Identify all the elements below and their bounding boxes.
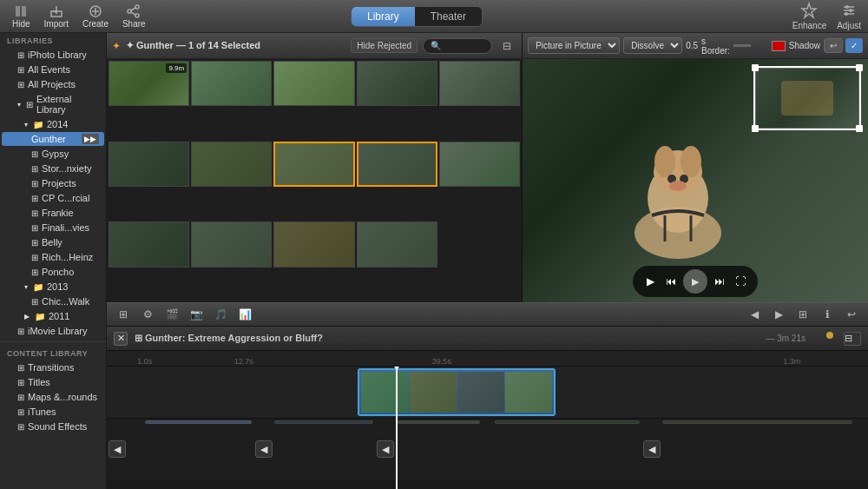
track-mid-button[interactable]: ◀ — [377, 440, 394, 458]
clip-8[interactable] — [273, 142, 354, 187]
sidebar-item-external[interactable]: ▾ ⊞ External Library — [2, 92, 104, 116]
sidebar-item-itunes[interactable]: ⊞ iTunes — [2, 405, 104, 419]
playhead[interactable] — [396, 367, 398, 489]
sidebar-item-all-projects[interactable]: ⊞ All Projects — [2, 77, 104, 91]
chart-button[interactable]: 📊 — [235, 305, 254, 324]
main-clip-4[interactable] — [495, 420, 640, 424]
grid-view-button[interactable]: ⊞ — [114, 305, 133, 324]
clip-1[interactable]: 9.9m — [108, 61, 189, 106]
timeline-options-button[interactable]: ⊟ — [844, 332, 861, 346]
track-mid-left-button[interactable]: ◀ — [255, 440, 273, 458]
main-clip-5[interactable] — [662, 420, 852, 424]
adjust-button[interactable]: Adjust — [837, 2, 861, 30]
browser-view-toggle[interactable]: ⊟ — [497, 36, 516, 56]
play-pause-button[interactable]: ▶ — [683, 269, 707, 294]
sidebar-item-belly[interactable]: ⊞ Belly — [2, 235, 104, 249]
sidebar-item-projects[interactable]: ⊞ Projects — [2, 176, 104, 190]
border-line-dash[interactable] — [753, 44, 770, 47]
duration-value: 0.5 — [686, 41, 698, 50]
sidebar-item-rich-heinz[interactable]: ⊞ Rich...Heinz — [2, 250, 104, 264]
dissolve-select[interactable]: Dissolve — [623, 37, 682, 54]
photo-button[interactable]: 📷 — [187, 305, 206, 324]
clip-7[interactable] — [191, 142, 272, 187]
sidebar-item-frankie[interactable]: ⊞ Frankie — [2, 206, 104, 220]
upper-clip[interactable] — [358, 368, 556, 416]
track-left-button[interactable]: ◀ — [108, 440, 126, 458]
sidebar-item-gypsy[interactable]: ⊞ Gypsy — [2, 147, 104, 161]
clip-10[interactable] — [439, 142, 520, 187]
list-view-button[interactable]: ⊞ — [793, 305, 812, 324]
undo-button[interactable]: ↩ — [842, 305, 861, 324]
events-icon: ⊞ — [17, 65, 24, 75]
cancel-button[interactable]: ↩ — [824, 38, 843, 53]
settings-button[interactable]: ⚙ — [138, 305, 157, 324]
skip-forward-button[interactable]: ⏭ — [711, 273, 728, 290]
main-clip-2[interactable] — [274, 420, 373, 424]
sidebar-item-titles[interactable]: ⊞ Titles — [2, 375, 104, 389]
main-clip-1[interactable]: 10.7s – Gunthe... — [145, 420, 252, 424]
browser-search-input[interactable] — [423, 38, 492, 54]
sidebar-item-finali[interactable]: ⊞ Finali...vies — [2, 221, 104, 235]
folder-2013-icon: 📁 — [33, 282, 43, 292]
main-clip-3[interactable] — [396, 420, 479, 424]
sidebar-item-iphoto[interactable]: ⊞ iPhoto Library — [2, 48, 104, 62]
browser-panel: ✦ ✦ Gunther — 1 of 14 Selected Hide Reje… — [107, 33, 523, 302]
info-button[interactable]: ℹ — [818, 305, 837, 324]
skip-back-button[interactable]: ⏮ — [662, 273, 680, 290]
upper-section: ✦ ✦ Gunther — 1 of 14 Selected Hide Reje… — [107, 33, 868, 302]
clip-3[interactable] — [273, 61, 354, 106]
clip-5[interactable] — [439, 61, 520, 106]
timeline-close-button[interactable]: ✕ — [114, 332, 128, 346]
clip-4[interactable] — [357, 61, 437, 106]
clip-11[interactable] — [108, 221, 189, 267]
browser-grid: 9.9m — [107, 59, 522, 302]
border-line-solid[interactable] — [733, 44, 751, 47]
hide-rejected-button[interactable]: Hide Rejected — [351, 38, 418, 53]
sidebar-item-sound-effects[interactable]: ⊞ Sound Effects — [2, 420, 104, 433]
sidebar-item-2013[interactable]: ▾ 📁 2013 — [2, 280, 104, 294]
track-right-button[interactable]: ◀ — [643, 440, 661, 458]
sidebar-item-imovie[interactable]: ⊞ iMovie Library — [2, 324, 104, 338]
sidebar-item-2014[interactable]: ▾ 📁 2014 — [2, 117, 104, 131]
tab-library[interactable]: Library — [352, 7, 415, 26]
hide-button[interactable]: Hide — [7, 3, 36, 30]
create-button[interactable]: Create — [77, 3, 114, 30]
confirm-controls: ↩ ✓ — [824, 38, 863, 53]
timeline-header: ✕ ⊞ Gunther: Extreme Aggression or Bluff… — [107, 327, 868, 351]
clip-14[interactable] — [357, 221, 437, 267]
play-button[interactable]: ▶ — [641, 273, 659, 290]
projects-icon: ⊞ — [17, 80, 24, 89]
fullscreen-button[interactable]: ⛶ — [732, 273, 749, 290]
next-button[interactable]: ▶ — [769, 305, 788, 324]
import-button[interactable]: Import — [39, 3, 74, 30]
sidebar-item-transitions[interactable]: ⊞ Transitions — [2, 360, 104, 374]
sidebar-item-maps[interactable]: ⊞ Maps &...rounds — [2, 390, 104, 404]
ruler-mark-4: 1.3m — [783, 357, 800, 366]
sidebar-item-2011[interactable]: ▶ 📁 2011 — [2, 309, 104, 323]
clip-9[interactable] — [357, 142, 437, 187]
external-icon: ⊞ — [26, 100, 33, 109]
tab-theater[interactable]: Theater — [415, 7, 482, 26]
timeline-ruler: 1.0s 12.7s 39.5s 1.3m — [107, 351, 868, 367]
confirm-button[interactable]: ✓ — [845, 38, 863, 53]
enhance-button[interactable]: Enhance — [792, 2, 826, 30]
clip-6[interactable] — [108, 142, 189, 187]
sidebar-item-cp[interactable]: ⊞ CP C...rcial — [2, 191, 104, 205]
clip-13[interactable] — [273, 221, 354, 267]
sidebar-item-gunther[interactable]: Gunther ▶▶ — [2, 132, 104, 146]
audio-button[interactable]: 🎵 — [211, 305, 230, 324]
pip-select[interactable]: Picture in Picture — [528, 37, 620, 54]
audio-track: 2.8m – VO-4: Gunther: Extreme Aggression… — [107, 479, 868, 489]
prev-button[interactable]: ◀ — [745, 305, 764, 324]
sidebar-item-poncho[interactable]: ⊞ Poncho — [2, 265, 104, 279]
film-button[interactable]: 🎬 — [162, 305, 181, 324]
sidebar-item-stor-nxiety[interactable]: ⊞ Stor...nxiety — [2, 162, 104, 175]
belly-icon: ⊞ — [31, 238, 38, 248]
clip-12[interactable] — [191, 221, 272, 267]
star-icon: ✦ — [112, 40, 121, 52]
timeline-fullscreen-button[interactable] — [819, 332, 833, 346]
clip-2[interactable] — [191, 61, 272, 106]
sidebar-item-chic-walk[interactable]: ⊞ Chic...Walk — [2, 294, 104, 308]
color-swatch[interactable] — [772, 41, 786, 51]
sidebar-item-all-events[interactable]: ⊞ All Events — [2, 63, 104, 76]
